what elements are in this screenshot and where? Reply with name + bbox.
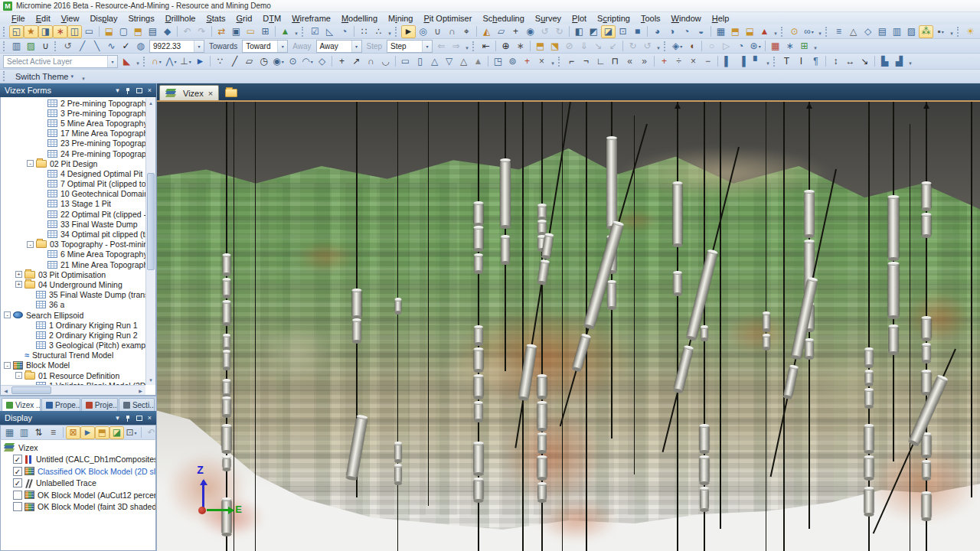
scroll-up-arrow[interactable]: ▲ — [146, 98, 155, 108]
tool-icon[interactable]: + — [508, 25, 523, 38]
tree-item[interactable]: 22 Optimal Pit (clipped - faint — [1, 209, 145, 219]
tree-item[interactable]: 4 Designed Optimal Pit — [1, 168, 145, 178]
tool-icon[interactable]: ↺ — [60, 40, 75, 53]
tree-expander[interactable]: - — [15, 372, 22, 379]
tool-icon[interactable]: ⊙ — [286, 55, 300, 68]
menu-survey[interactable]: Survey — [530, 13, 567, 24]
menu-view[interactable]: View — [56, 13, 85, 24]
tool-icon[interactable]: ⌐ — [564, 55, 579, 68]
tool-icon[interactable]: ◕ — [650, 25, 665, 38]
menu-strings[interactable]: Strings — [122, 13, 159, 24]
close-icon[interactable]: × — [148, 87, 152, 94]
tool-icon[interactable]: ⊞ — [797, 40, 812, 53]
tool-icon[interactable]: ∗ — [513, 40, 528, 53]
tool-icon[interactable]: ↷ — [194, 25, 209, 38]
scroll-left-arrow[interactable]: ◀ — [1, 386, 11, 396]
tool-icon[interactable]: ◣ — [119, 55, 134, 68]
tool-icon[interactable]: ▽ — [442, 55, 456, 68]
tree-item[interactable]: -02 Pit Design — [1, 158, 145, 168]
tool-icon[interactable]: ▲ — [471, 55, 485, 68]
tool-icon[interactable]: ↗ — [349, 55, 364, 68]
toolbar-grip[interactable] — [825, 27, 829, 37]
tree-expander[interactable]: - — [4, 362, 11, 369]
display-layer-row[interactable]: ✓Unlabelled Trace — [1, 478, 155, 490]
tool-icon[interactable]: ⇐ — [434, 40, 449, 53]
menu-drillhole[interactable]: Drillhole — [160, 13, 201, 24]
tool-icon[interactable]: ⬓ — [743, 25, 757, 38]
tool-icon[interactable]: ⇒ — [449, 40, 463, 53]
tree-item[interactable]: -03 Topography - Post-mining — [1, 240, 145, 249]
tool-icon[interactable]: ⇅ — [31, 426, 46, 439]
tool-icon[interactable]: ⋀▾ — [164, 55, 178, 68]
pin-icon[interactable] — [125, 415, 131, 422]
tool-icon[interactable]: ↕ — [828, 55, 843, 68]
tree-item[interactable]: +03 Pit Optimisation — [1, 269, 145, 279]
tool-icon[interactable]: ⊠ — [66, 426, 80, 439]
menu-help[interactable]: Help — [707, 13, 735, 24]
tool-icon[interactable]: ⬒ — [728, 25, 743, 38]
menu-mining[interactable]: Mining — [383, 13, 418, 24]
tool-icon[interactable]: ∴ — [371, 25, 386, 38]
toolbar-grip[interactable] — [957, 27, 961, 37]
tool-icon[interactable]: ▥ — [17, 426, 31, 439]
tool-icon[interactable]: ▱ — [494, 25, 508, 38]
tool-icon[interactable]: ╱ — [227, 55, 242, 68]
tool-icon[interactable]: ▣ — [229, 25, 243, 38]
tool-icon[interactable]: ▦ — [714, 25, 728, 38]
tool-icon[interactable]: + — [335, 55, 349, 68]
toolbar-grip[interactable] — [3, 71, 7, 81]
tool-icon[interactable]: ▥ — [9, 40, 24, 53]
tree-item[interactable]: 3 Pre-mining Topography (Dr — [1, 108, 145, 118]
tree-item[interactable]: -Search Ellipsoid — [1, 310, 145, 320]
menu-grid[interactable]: Grid — [231, 13, 258, 24]
tool-icon[interactable]: ⇓ — [577, 40, 591, 53]
tool-icon[interactable]: ↶ — [144, 426, 156, 439]
tool-icon[interactable]: » — [637, 55, 652, 68]
tool-icon[interactable]: ◎ — [416, 25, 430, 38]
toolbar-grip[interactable] — [54, 41, 58, 51]
layer-checkbox[interactable]: ✓ — [13, 455, 22, 464]
tool-icon[interactable]: ▢ — [116, 25, 131, 38]
menu-stats[interactable]: Stats — [201, 13, 230, 24]
tree-expander[interactable]: - — [27, 160, 34, 167]
tool-icon[interactable]: ∗ — [782, 40, 797, 53]
tree-item[interactable]: +04 Underground Mining — [1, 279, 145, 289]
away-combobox[interactable]: Away▾ — [316, 40, 362, 53]
tool-icon[interactable]: ■ — [630, 25, 645, 38]
tool-icon[interactable]: ↺ — [640, 40, 655, 53]
toolbar-grip[interactable] — [664, 41, 668, 51]
tool-icon[interactable]: ◔ — [337, 25, 351, 38]
tool-icon[interactable]: ⬔ — [547, 40, 562, 53]
tool-icon[interactable]: ∩ — [364, 55, 378, 68]
tool-icon[interactable]: ▘ — [750, 55, 764, 68]
tool-icon[interactable]: ⊙ — [787, 25, 802, 38]
menu-window[interactable]: Window — [666, 13, 707, 24]
tree-expander[interactable]: + — [15, 271, 22, 278]
tool-icon[interactable]: ¬ — [579, 55, 593, 68]
tool-icon[interactable]: ◉▾ — [271, 55, 286, 68]
tool-icon[interactable]: ↺ — [537, 25, 552, 38]
tool-icon[interactable]: ∪ — [38, 40, 53, 53]
menu-display[interactable]: Display — [84, 13, 122, 24]
menu-scripting[interactable]: Scripting — [592, 13, 635, 24]
tool-icon[interactable]: ↻ — [552, 25, 567, 38]
tree-item[interactable]: Vizex — [1, 442, 155, 454]
horizontal-scrollbar[interactable]: ◀ ▶ — [1, 385, 145, 395]
tool-icon[interactable]: ↻ — [626, 40, 640, 53]
tool-icon[interactable]: ✓ — [119, 40, 133, 53]
tool-icon[interactable]: ∿ — [104, 40, 119, 53]
elevation-combobox[interactable]: 9922.33▾ — [149, 40, 204, 53]
toolbar-grip[interactable] — [3, 41, 7, 51]
tool-icon[interactable]: + — [657, 55, 671, 68]
tool-icon[interactable]: ▨ — [24, 40, 38, 53]
tool-icon[interactable]: ◔ — [679, 25, 694, 38]
tool-icon[interactable]: ▱ — [242, 55, 256, 68]
tool-icon[interactable]: ⬒ — [95, 426, 109, 439]
tool-icon[interactable]: ◠▾ — [300, 55, 315, 68]
toolbar-overflow-button[interactable]: ▾ — [292, 26, 300, 37]
tool-icon[interactable]: ⊕ — [498, 40, 513, 53]
vertical-scrollbar[interactable]: ▲ ▼ — [145, 98, 155, 385]
display-layer-row[interactable]: OK Block Model (faint 3D shaded) — [1, 501, 155, 514]
3d-viewport[interactable]: Z E — [157, 100, 980, 551]
menu-modelling[interactable]: Modelling — [336, 13, 383, 24]
